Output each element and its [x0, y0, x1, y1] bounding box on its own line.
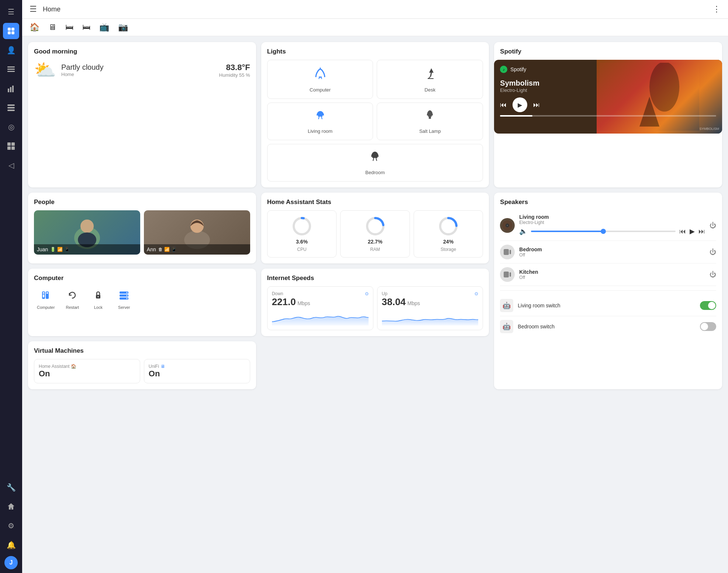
speaker-kitchen-details: Kitchen Off	[519, 269, 705, 280]
light-label-desk: Desk	[425, 87, 436, 93]
sidebar-item-settings[interactable]: ⚙	[3, 518, 19, 534]
speaker-living-room-power-icon[interactable]: ⏻	[710, 222, 716, 229]
internet-up: Up ⊙ 38.04 Mbps	[377, 286, 483, 330]
stat-cpu: 3.6% CPU	[267, 210, 337, 258]
svg-point-53	[505, 274, 507, 276]
more-options-icon[interactable]: ⋮	[713, 4, 721, 14]
speaker-bedroom-power-icon[interactable]: ⏻	[710, 248, 716, 256]
vm-card: Virtual Machines Home Assistant 🏠 On Uni…	[28, 341, 256, 389]
speaker-kitchen-power-icon[interactable]: ⏻	[710, 271, 716, 279]
sidebar-item-chart[interactable]	[3, 80, 19, 97]
spotify-next-button[interactable]: ⏭	[533, 101, 540, 109]
nav-icons-bar: 🏠 🖥 🛏 🛏 📺 📷	[22, 19, 728, 36]
svg-rect-6	[7, 71, 15, 72]
light-icon-bedroom	[368, 150, 382, 167]
switch-bedroom-toggle[interactable]	[700, 322, 716, 331]
light-item-computer[interactable]: Computer	[267, 60, 373, 99]
svg-line-22	[431, 73, 431, 76]
speaker-play-icon[interactable]: ▶	[690, 227, 695, 235]
vm-home-assistant[interactable]: Home Assistant 🏠 On	[34, 359, 140, 383]
server-icon	[118, 289, 130, 304]
spotify-prev-button[interactable]: ⏮	[500, 101, 507, 109]
light-icon-computer	[313, 66, 328, 84]
sidebar-item-person[interactable]: 👤	[3, 42, 19, 58]
speaker-living-room-details: Living room Electro-Light 🔈 ⏮ ▶ ⏭	[519, 214, 705, 237]
sidebar-avatar[interactable]: J	[4, 556, 18, 569]
sidebar-item-bell[interactable]: 🔔	[3, 537, 19, 553]
sidebar-item-hacs[interactable]	[3, 138, 19, 154]
nav-camera-icon[interactable]: 📷	[118, 23, 128, 32]
computer-btn-restart[interactable]: Restart	[61, 286, 83, 313]
person-wifi-icon: 📶	[57, 247, 63, 252]
person-ann[interactable]: Ann 🗑 📶 📱	[144, 210, 250, 255]
svg-rect-54	[510, 272, 511, 277]
nav-tv-icon[interactable]: 📺	[99, 23, 109, 32]
switch-bedroom: 🤖 Bedroom switch	[500, 316, 716, 337]
internet-grid: Down ⊙ 221.0 Mbps	[267, 286, 483, 330]
svg-rect-9	[12, 86, 14, 92]
sidebar-item-wrench[interactable]: 🔧	[3, 479, 19, 496]
svg-rect-8	[10, 87, 11, 92]
topbar: ☰ Home ⋮	[22, 0, 728, 19]
volume-fill	[531, 231, 603, 232]
light-item-salt-lamp[interactable]: Salt Lamp	[377, 103, 483, 140]
sidebar-item-list[interactable]	[3, 61, 19, 77]
switch-living-room-toggle[interactable]	[700, 301, 716, 310]
svg-rect-25	[318, 115, 322, 117]
light-item-desk[interactable]: Desk	[377, 60, 483, 99]
computer-card: Computer Computer	[28, 269, 256, 336]
nav-computer-icon[interactable]: 🖥	[48, 23, 56, 32]
volume-slider[interactable]	[531, 231, 676, 232]
svg-point-48	[507, 225, 508, 226]
person-juan[interactable]: Juan 🔋 📶 📱	[34, 210, 140, 255]
menu-icon[interactable]: ☰	[30, 4, 37, 14]
sidebar-item-code[interactable]: ◁	[3, 157, 19, 173]
weather-info: Partly cloudy Home	[61, 63, 104, 77]
svg-rect-56	[43, 292, 44, 294]
spotify-art-label: SYMBOLISM	[699, 127, 719, 131]
person-ann-icons: 🗑 📶 📱	[158, 247, 177, 252]
vm-unifi[interactable]: UniFi 🖥 On	[144, 359, 250, 383]
svg-rect-7	[8, 89, 9, 92]
ram-label: RAM	[370, 247, 380, 252]
sidebar-item-target[interactable]: ◎	[3, 119, 19, 135]
svg-rect-16	[11, 146, 15, 150]
internet-down-value: 221.0 Mbps	[272, 296, 369, 308]
server-btn-label: Server	[118, 305, 130, 310]
weather-icon: ⛅	[34, 60, 56, 80]
svg-point-36	[80, 220, 94, 233]
internet-up-label: Up ⊙	[382, 291, 479, 296]
spotify-play-button[interactable]: ▶	[513, 97, 527, 112]
sidebar-item-stack[interactable]	[3, 100, 19, 116]
sidebar: ☰ 👤 ◎	[0, 0, 22, 573]
cpu-label: CPU	[297, 247, 306, 252]
person-wifi2-icon: 📶	[164, 247, 170, 252]
light-icon-salt-lamp	[423, 109, 437, 125]
spotify-logo: ♪	[500, 66, 507, 73]
sidebar-item-menu[interactable]: ☰	[3, 4, 19, 20]
spotify-progress-bar[interactable]	[500, 115, 716, 117]
internet-card: Internet Speeds Down ⊙ 221.0 Mbps	[261, 269, 489, 336]
internet-section-title: Internet Speeds	[267, 275, 483, 282]
spotify-player: SYMBOLISM ♪ Spotify ⋮ Symbolism Electro-…	[494, 60, 722, 134]
computer-btn-lock[interactable]: Lock	[87, 286, 109, 313]
speaker-bedroom-avatar	[500, 245, 515, 259]
computer-btn-computer[interactable]: Computer	[34, 286, 58, 313]
nav-bedroom2-icon[interactable]: 🛏	[82, 23, 90, 32]
light-item-living-room[interactable]: Living room	[267, 103, 373, 140]
weather-card: Good morning ⛅ Partly cloudy Home 83.8°F…	[28, 42, 256, 187]
speaker-prev-icon[interactable]: ⏮	[679, 228, 686, 235]
speaker-next-icon[interactable]: ⏭	[698, 228, 705, 235]
internet-up-chart	[382, 311, 479, 325]
light-label-computer: Computer	[310, 87, 331, 93]
cpu-donut	[291, 216, 312, 237]
sidebar-item-home-light[interactable]	[3, 498, 19, 515]
nav-bedroom1-icon[interactable]: 🛏	[65, 23, 73, 32]
speaker-kitchen: Kitchen Off ⏻	[500, 263, 716, 286]
sidebar-item-dashboard[interactable]	[3, 23, 19, 39]
switch-bedroom-icon: 🤖	[500, 320, 513, 333]
computer-btn-server[interactable]: Server	[113, 286, 135, 313]
spotify-app-name: Spotify	[510, 66, 526, 72]
nav-home-icon[interactable]: 🏠	[30, 23, 39, 32]
light-item-bedroom[interactable]: Bedroom	[267, 144, 483, 182]
